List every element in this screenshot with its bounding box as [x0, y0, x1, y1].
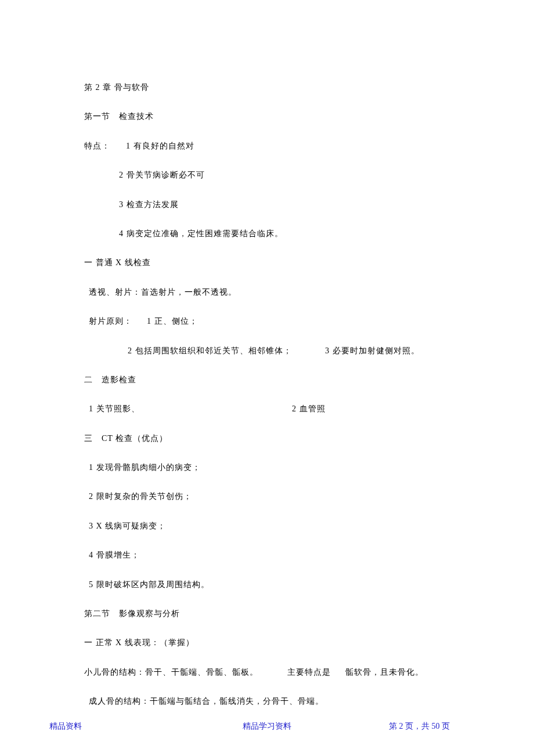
sub2-items: 1 关节照影、 2 血管照 — [84, 403, 450, 415]
sub2-item2: 2 血管照 — [292, 403, 326, 415]
principles-row-2: 2 包括周围软组织和邻近关节、相邻锥体； 3 必要时加射健侧对照。 — [84, 345, 450, 357]
feature-3: 3 检查方法发展 — [84, 198, 450, 211]
section2-sub1-heading: 一 正常 X 线表现：（掌握） — [84, 636, 450, 649]
principles-row: 射片原则： 1 正、侧位； — [84, 315, 450, 328]
sub3-item4: 4 骨膜增生； — [84, 549, 450, 562]
principles-label: 射片原则： — [89, 315, 147, 328]
section2-heading: 第二节 影像观察与分析 — [84, 607, 450, 620]
sub2-item1: 1 关节照影、 — [89, 403, 292, 415]
footer-right-suffix: 页 — [440, 722, 450, 730]
section2-line2: 成人骨的结构：干骺端与骺结合，骺线消失，分骨干、骨端。 — [84, 695, 450, 708]
feature-1: 1 有良好的自然对 — [126, 140, 194, 153]
sub3-item3: 3 X 线病可疑病变； — [84, 520, 450, 533]
features-label: 特点： — [84, 140, 126, 153]
section1-heading: 第一节 检查技术 — [84, 110, 450, 123]
footer-page-num: 2 — [399, 722, 403, 730]
feature-4: 4 病变定位准确，定性困难需要结合临床。 — [84, 227, 450, 240]
principle-1: 1 正、侧位； — [147, 315, 198, 328]
section2-line1-c: 骺软骨，且未骨化。 — [345, 666, 424, 679]
principle-3: 3 必要时加射健侧对照。 — [325, 345, 420, 357]
features-row: 特点： 1 有良好的自然对 — [84, 140, 450, 153]
section2-line1-b: 主要特点是 — [287, 666, 345, 679]
sub1-line1: 透视、射片：首选射片，一般不透视。 — [84, 286, 450, 299]
footer-right-prefix: 第 — [389, 722, 399, 730]
sub1-heading: 一 普通 X 线检查 — [84, 256, 450, 269]
sub2-heading: 二 造影检查 — [84, 374, 450, 386]
feature-2: 2 骨关节病诊断必不可 — [84, 169, 450, 182]
section2-line1: 小儿骨的结构：骨干、干骺端、骨骺、骺板。 主要特点是 骺软骨，且未骨化。 — [84, 666, 450, 679]
principle-2: 2 包括周围软组织和邻近关节、相邻锥体； — [128, 345, 325, 357]
footer-total-num: 50 — [432, 722, 440, 730]
document-body: 第 2 章 骨与软骨 第一节 检查技术 特点： 1 有良好的自然对 2 骨关节病… — [84, 81, 450, 708]
page-footer: 精品资料 精品学习资料 第 2 页，共 50 页 — [0, 720, 534, 733]
footer-center: 精品学习资料 — [243, 720, 291, 733]
footer-right-mid: 页，共 — [403, 722, 432, 730]
footer-left: 精品资料 — [49, 720, 82, 733]
section2-line1-a: 小儿骨的结构：骨干、干骺端、骨骺、骺板。 — [84, 666, 287, 679]
sub3-item1: 1 发现骨骼肌肉细小的病变； — [84, 461, 450, 474]
chapter-heading: 第 2 章 骨与软骨 — [84, 81, 450, 94]
sub3-item5: 5 限时破坏区内部及周围结构。 — [84, 578, 450, 591]
sub3-item2: 2 限时复杂的骨关节创伤； — [84, 490, 450, 503]
sub3-heading: 三 CT 检查（优点） — [84, 432, 450, 445]
footer-right: 第 2 页，共 50 页 — [389, 720, 450, 733]
